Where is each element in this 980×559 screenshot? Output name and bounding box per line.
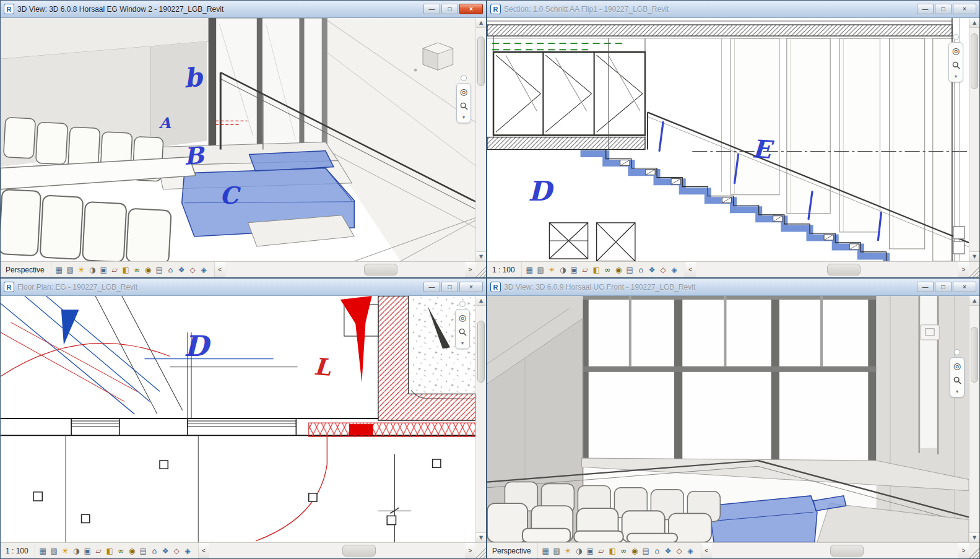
scale-control[interactable]: 1 : 100 [1, 543, 35, 558]
sun-path-icon[interactable]: ☀ [563, 547, 573, 555]
scale-control[interactable]: Perspective [1, 262, 51, 277]
navbar-collapse-icon[interactable] [953, 34, 959, 40]
vertical-scrollbar[interactable]: ▲ ▼ [969, 18, 979, 261]
horizontal-scroll-thumb[interactable] [827, 264, 861, 275]
unlocked-view-icon[interactable]: ◧ [607, 547, 618, 555]
scroll-down-button[interactable]: ▼ [969, 251, 979, 261]
shadows-icon[interactable]: ◑ [71, 547, 82, 555]
chevron-down-icon[interactable]: ▾ [956, 389, 958, 394]
resize-grip[interactable] [969, 262, 979, 277]
sun-path-icon[interactable]: ☀ [76, 266, 87, 274]
viewcube-collapsed[interactable] [921, 325, 940, 340]
analytical-model-icon[interactable]: ⌂ [165, 266, 176, 274]
worksharing-icon[interactable]: ◈ [199, 266, 209, 274]
slab-section[interactable] [487, 25, 952, 36]
vertical-scroll-thumb[interactable] [971, 327, 978, 383]
minimize-button[interactable]: — [917, 282, 934, 292]
unlocked-view-icon[interactable]: ◧ [591, 266, 602, 274]
scroll-left-button[interactable]: < [685, 262, 696, 277]
drawing-area[interactable]: D L ◎ ▾ ▲ ▼ [1, 296, 486, 542]
view-properties-icon[interactable]: ▤ [641, 547, 651, 555]
horizontal-scroll-thumb[interactable] [342, 545, 376, 557]
scale-control[interactable]: Perspective [487, 543, 538, 558]
analytical-model-icon[interactable]: ⌂ [652, 547, 662, 555]
zoom-icon[interactable] [458, 100, 469, 111]
vertical-scrollbar[interactable]: ▲ ▼ [969, 296, 979, 542]
view-properties-icon[interactable]: ▤ [138, 547, 149, 555]
3d-view-canvas[interactable] [487, 296, 969, 542]
red-filled-element[interactable] [349, 424, 373, 435]
drawing-area[interactable]: D E ◎ ▾ ▲ ▼ [487, 18, 979, 261]
crop-view-icon[interactable]: ▣ [569, 266, 579, 274]
unlocked-view-icon[interactable]: ◧ [121, 266, 131, 274]
hide-crop-icon[interactable]: ▱ [596, 547, 607, 555]
vertical-scroll-thumb[interactable] [477, 37, 485, 86]
window-3d-view-horsaal-eg[interactable]: R 3D View: 3D 6.0.8 Horsaal EG Window 2 … [0, 0, 487, 278]
view-properties-icon[interactable]: ▤ [154, 266, 165, 274]
maximize-button[interactable]: □ [441, 282, 458, 292]
section-canvas[interactable] [487, 18, 969, 261]
titlebar[interactable]: R 3D View: 3D 6.0.9 Horsaal UG Front - 1… [487, 279, 979, 296]
scroll-down-button[interactable]: ▼ [476, 251, 486, 261]
horizontal-scrollbar[interactable]: < > [685, 262, 969, 277]
window-elevation[interactable] [493, 52, 645, 135]
shadows-icon[interactable]: ◑ [558, 266, 568, 274]
zoom-icon[interactable] [950, 59, 961, 71]
horizontal-scroll-thumb[interactable] [364, 264, 397, 275]
shadows-icon[interactable]: ◑ [87, 266, 98, 274]
hide-crop-icon[interactable]: ▱ [93, 547, 104, 555]
worksharing-icon[interactable]: ◈ [669, 266, 680, 274]
scroll-right-button[interactable]: > [958, 543, 969, 558]
navbar-collapse-icon[interactable] [461, 75, 467, 81]
analytical-model-icon[interactable]: ⌂ [636, 266, 646, 274]
reveal-constraints-icon[interactable]: ◇ [658, 266, 669, 274]
3d-view-canvas[interactable] [1, 18, 475, 261]
sun-path-icon[interactable]: ☀ [60, 547, 71, 555]
scale-control[interactable]: 1 : 100 [487, 262, 522, 277]
steering-wheel-icon[interactable]: ◎ [457, 312, 468, 323]
scroll-up-button[interactable]: ▲ [476, 296, 486, 306]
drawing-area[interactable]: b A B C ◎ ▾ ▲ ▼ [1, 18, 486, 261]
visual-style-icon[interactable]: ▧ [536, 266, 546, 274]
window-glazing[interactable] [582, 296, 878, 458]
displacement-sets-icon[interactable]: ❖ [160, 547, 171, 555]
background-icon[interactable]: ▦ [54, 266, 64, 274]
scroll-up-button[interactable]: ▲ [969, 296, 979, 306]
vertical-scrollbar[interactable]: ▲ ▼ [475, 296, 486, 542]
crop-view-icon[interactable]: ▣ [585, 547, 596, 555]
scroll-left-button[interactable]: < [199, 543, 209, 558]
worksharing-icon[interactable]: ◈ [685, 547, 696, 555]
sun-path-icon[interactable]: ☀ [547, 266, 557, 274]
chevron-down-icon[interactable]: ▾ [955, 74, 957, 79]
temporary-hide-icon[interactable]: ∞ [116, 547, 126, 555]
reveal-constraints-icon[interactable]: ◇ [171, 547, 182, 555]
window-3d-view-horsaal-ug[interactable]: R 3D View: 3D 6.0.9 Horsaal UG Front - 1… [487, 278, 980, 559]
floor-slab-section[interactable] [487, 137, 645, 149]
horizontal-scrollbar[interactable]: < > [701, 543, 969, 558]
scroll-down-button[interactable]: ▼ [476, 532, 486, 542]
close-button[interactable]: × [953, 4, 976, 14]
hide-crop-icon[interactable]: ▱ [110, 266, 120, 274]
temporary-hide-icon[interactable]: ∞ [602, 266, 613, 274]
scroll-up-button[interactable]: ▲ [476, 18, 486, 28]
titlebar[interactable]: R Floor Plan: EG - 190227_LGB_Revit — □ … [1, 279, 486, 296]
zoom-icon[interactable] [952, 375, 963, 386]
reveal-hidden-icon[interactable]: ◉ [127, 547, 137, 555]
temporary-hide-icon[interactable]: ∞ [132, 266, 142, 274]
worksharing-icon[interactable]: ◈ [183, 547, 193, 555]
chevron-down-icon[interactable]: ▾ [461, 340, 464, 346]
window-mullions[interactable] [209, 18, 327, 154]
scroll-down-button[interactable]: ▼ [969, 532, 979, 542]
vertical-scroll-thumb[interactable] [971, 33, 978, 89]
maximize-button[interactable]: □ [441, 4, 458, 14]
view-properties-icon[interactable]: ▤ [625, 266, 635, 274]
reveal-hidden-icon[interactable]: ◉ [143, 266, 154, 274]
window-floor-plan-eg[interactable]: R Floor Plan: EG - 190227_LGB_Revit — □ … [0, 278, 487, 559]
analytical-model-icon[interactable]: ⌂ [149, 547, 160, 555]
temporary-hide-icon[interactable]: ∞ [618, 547, 629, 555]
titlebar[interactable]: R Section: 1.0 Schnitt AA Flip1 - 190227… [487, 1, 979, 18]
shadows-icon[interactable]: ◑ [574, 547, 584, 555]
scroll-left-button[interactable]: < [215, 262, 225, 277]
background-icon[interactable]: ▦ [540, 547, 551, 555]
steering-wheel-icon[interactable]: ◎ [952, 360, 963, 371]
